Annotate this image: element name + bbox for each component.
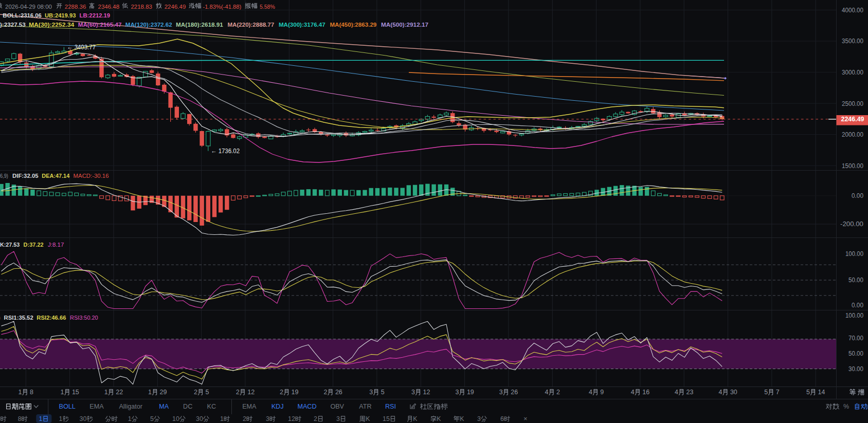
svg-text:EMA: EMA bbox=[89, 403, 104, 410]
svg-text:1: 1 bbox=[59, 415, 63, 422]
svg-text:×: × bbox=[523, 415, 528, 422]
svg-text:2246.49: 2246.49 bbox=[841, 116, 864, 123]
svg-text:0.00: 0.00 bbox=[852, 192, 863, 199]
svg-text:4: 4 bbox=[631, 389, 635, 396]
svg-text:1: 1 bbox=[220, 415, 224, 422]
svg-text:K: K bbox=[366, 415, 370, 422]
svg-text:3: 3 bbox=[266, 415, 269, 422]
svg-text:OBV: OBV bbox=[330, 403, 344, 410]
svg-text:5: 5 bbox=[150, 415, 154, 422]
svg-text:LB:2212.19: LB:2212.19 bbox=[80, 12, 111, 19]
svg-text:15: 15 bbox=[383, 415, 390, 422]
svg-text:70.00: 70.00 bbox=[848, 335, 863, 342]
svg-text:4: 4 bbox=[675, 389, 678, 396]
svg-text:3: 3 bbox=[455, 389, 459, 396]
svg-text:2: 2 bbox=[556, 389, 560, 396]
svg-text:EMA: EMA bbox=[242, 403, 257, 410]
svg-text:MA(500):2912.17: MA(500):2912.17 bbox=[381, 22, 428, 28]
svg-text:0.00: 0.00 bbox=[852, 302, 863, 309]
svg-text:8: 8 bbox=[30, 389, 33, 396]
svg-text:12: 12 bbox=[423, 389, 430, 396]
svg-text:2: 2 bbox=[236, 389, 240, 396]
svg-text:RSI1:35.52: RSI1:35.52 bbox=[4, 314, 34, 321]
svg-text:5: 5 bbox=[205, 389, 209, 396]
svg-text:← 1736.02: ← 1736.02 bbox=[211, 148, 240, 155]
svg-text:MA(450):2863.29: MA(450):2863.29 bbox=[330, 22, 376, 28]
svg-text:MA(120):2372.62: MA(120):2372.62 bbox=[125, 22, 172, 28]
svg-text:7: 7 bbox=[776, 389, 780, 396]
svg-text:100.00: 100.00 bbox=[845, 250, 863, 258]
svg-text:K: K bbox=[460, 415, 464, 422]
svg-text:19: 19 bbox=[467, 389, 474, 396]
svg-text:2026-04-29 08:00: 2026-04-29 08:00 bbox=[5, 4, 52, 10]
svg-text:30: 30 bbox=[196, 415, 203, 422]
svg-text:26: 26 bbox=[335, 389, 342, 396]
svg-text:%: % bbox=[843, 403, 849, 410]
svg-text:KC: KC bbox=[207, 403, 216, 410]
svg-text:DC: DC bbox=[183, 403, 192, 410]
svg-text:16: 16 bbox=[642, 389, 649, 396]
svg-text:2288.36: 2288.36 bbox=[65, 4, 86, 10]
svg-text:2: 2 bbox=[243, 415, 246, 422]
svg-text:2246.49: 2246.49 bbox=[165, 4, 186, 10]
svg-text:2: 2 bbox=[280, 389, 283, 396]
svg-text:MA(220):2888.77: MA(220):2888.77 bbox=[227, 22, 274, 28]
svg-text:2000.00: 2000.00 bbox=[842, 131, 863, 138]
svg-text:2: 2 bbox=[194, 389, 197, 396]
svg-text:MA(60):2165.47: MA(60):2165.47 bbox=[78, 22, 122, 28]
svg-text:Alligator: Alligator bbox=[119, 403, 142, 410]
svg-text:8: 8 bbox=[18, 415, 22, 422]
svg-text:): ) bbox=[0, 314, 1, 321]
svg-text:3: 3 bbox=[369, 389, 373, 396]
svg-text:3: 3 bbox=[411, 389, 415, 396]
svg-text:15: 15 bbox=[72, 389, 79, 396]
svg-text:4000.00: 4000.00 bbox=[842, 7, 863, 14]
svg-text:2346.48: 2346.48 bbox=[98, 4, 120, 10]
svg-text:12: 12 bbox=[247, 389, 255, 396]
svg-text:J:8.17: J:8.17 bbox=[48, 241, 64, 248]
svg-text:23: 23 bbox=[686, 389, 694, 396]
svg-text:6,9): 6,9) bbox=[0, 172, 8, 179]
svg-text:MA(30):2252.34: MA(30):2252.34 bbox=[29, 22, 75, 28]
svg-text:100.00: 100.00 bbox=[845, 312, 863, 319]
svg-text:1: 1 bbox=[61, 389, 64, 396]
svg-text:50.00: 50.00 bbox=[848, 277, 863, 284]
svg-text:12: 12 bbox=[288, 415, 295, 422]
svg-text:← 3403.77: ← 3403.77 bbox=[67, 44, 96, 51]
svg-text:BOLL: BOLL bbox=[59, 403, 76, 410]
svg-text:3: 3 bbox=[499, 389, 503, 396]
svg-text:2: 2 bbox=[314, 415, 317, 422]
svg-text:D:37.22: D:37.22 bbox=[24, 241, 44, 248]
svg-text:4: 4 bbox=[718, 389, 722, 396]
svg-text:RSI2:46.66: RSI2:46.66 bbox=[37, 314, 66, 321]
svg-text:1: 1 bbox=[39, 415, 43, 422]
svg-text:5: 5 bbox=[806, 389, 810, 396]
svg-text:RSI3:50.20: RSI3:50.20 bbox=[70, 314, 98, 321]
svg-text:K: K bbox=[437, 415, 441, 422]
svg-text:4: 4 bbox=[545, 389, 549, 396]
svg-text:50.00: 50.00 bbox=[848, 350, 863, 357]
svg-text:1: 1 bbox=[148, 389, 152, 396]
svg-text:4: 4 bbox=[589, 389, 592, 396]
svg-text:ATR: ATR bbox=[359, 403, 371, 410]
svg-text:3: 3 bbox=[477, 415, 481, 422]
svg-text:MA: MA bbox=[159, 403, 169, 410]
svg-text:5.58%: 5.58% bbox=[260, 4, 275, 10]
svg-text:KDJ: KDJ bbox=[272, 403, 284, 410]
svg-text:MA(300):3176.47: MA(300):3176.47 bbox=[279, 22, 326, 28]
svg-text:2218.83: 2218.83 bbox=[131, 4, 152, 10]
svg-text:30: 30 bbox=[730, 389, 737, 396]
svg-text:DIF:32.05: DIF:32.05 bbox=[12, 172, 39, 179]
svg-text:3000.00: 3000.00 bbox=[842, 69, 863, 76]
svg-text:14: 14 bbox=[818, 389, 825, 396]
svg-text:-200.00: -200.00 bbox=[840, 220, 863, 228]
svg-text:30.00: 30.00 bbox=[848, 365, 863, 373]
svg-text:-1.83%(-41.88): -1.83%(-41.88) bbox=[203, 4, 241, 10]
svg-text:5: 5 bbox=[764, 389, 768, 396]
svg-text:BOLL:2316.06: BOLL:2316.06 bbox=[3, 12, 42, 19]
svg-text:26: 26 bbox=[511, 389, 518, 396]
svg-text:30: 30 bbox=[80, 415, 87, 422]
svg-text:):2327.53: ):2327.53 bbox=[0, 22, 26, 28]
svg-text:1: 1 bbox=[128, 415, 132, 422]
svg-text:K: K bbox=[413, 415, 418, 422]
